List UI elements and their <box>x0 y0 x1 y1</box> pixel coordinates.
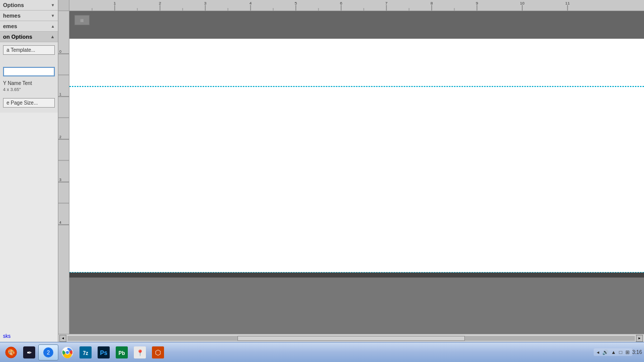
scroll-track[interactable] <box>67 336 635 341</box>
volume-icon[interactable]: 🔊 <box>602 349 608 355</box>
battery-icon[interactable]: □ <box>619 349 622 355</box>
svg-text:Ps: Ps <box>100 349 108 356</box>
systray: ◂ 🔊 ▲ □ ⊞ <box>594 348 632 356</box>
expand-icon[interactable]: ◂ <box>597 349 599 355</box>
svg-text:1: 1 <box>59 93 61 96</box>
template-input[interactable] <box>3 67 55 76</box>
svg-text:8: 8 <box>431 1 433 6</box>
themes-arrow: ▼ <box>51 14 55 18</box>
scroll-right-arrow[interactable]: ▸ <box>636 335 643 342</box>
top-dark-band: ▦ <box>69 11 644 39</box>
photoshop-app-icon[interactable]: Ps <box>96 344 112 360</box>
clock: 3:16 <box>632 349 642 355</box>
taskbar: 🎨 ✒ 2 <box>0 342 644 362</box>
publisher-app-icon[interactable]: Pb <box>114 344 130 360</box>
tasks-link[interactable]: sks <box>0 330 58 342</box>
schemes-section-header[interactable]: emes ▲ <box>0 21 58 31</box>
svg-text:3: 3 <box>59 178 61 182</box>
svg-text:1: 1 <box>114 1 116 6</box>
svg-text:7: 7 <box>385 1 388 6</box>
left-ruler: 0 1 2 3 4 <box>58 11 69 334</box>
guide-line-mid <box>69 86 644 87</box>
svg-text:Pb: Pb <box>119 350 125 356</box>
network-icon[interactable]: ▲ <box>611 349 616 355</box>
svg-text:6: 6 <box>340 1 343 6</box>
schemes-label: emes <box>3 23 17 29</box>
hex-app-icon[interactable]: ⬡ <box>150 344 166 360</box>
svg-text:9: 9 <box>476 1 478 6</box>
svg-text:5: 5 <box>295 1 297 6</box>
left-panel: Options ▼ hemes ▼ emes ▲ <box>0 0 58 342</box>
schemes-section: emes ▲ <box>0 21 58 32</box>
page-icon: ▦ <box>80 18 84 23</box>
options-section: Options ▼ <box>0 0 58 11</box>
svg-text:0: 0 <box>59 50 61 53</box>
workspace: 1 2 3 4 5 6 7 8 <box>58 0 644 342</box>
on-options-label: on Options <box>3 34 32 40</box>
on-options-content: a Template... Y Name Tent 4 x 3.65" e Pa… <box>0 42 58 113</box>
svg-text:10: 10 <box>520 1 525 6</box>
on-options-header[interactable]: on Options ▲ <box>0 32 58 42</box>
page-area[interactable]: ▦ 1 2 <box>69 11 644 334</box>
scroll-left-arrow[interactable]: ◂ <box>59 335 66 342</box>
top-ruler: 1 2 3 4 5 6 7 8 <box>58 0 644 11</box>
template-button[interactable]: a Template... <box>3 45 55 55</box>
svg-text:3: 3 <box>204 1 207 6</box>
svg-text:2: 2 <box>59 135 61 139</box>
page-section-2: 1 <box>69 86 644 195</box>
grid-icon[interactable]: ⊞ <box>625 349 629 355</box>
options-label: Options <box>3 2 24 8</box>
svg-text:7z: 7z <box>83 350 89 356</box>
svg-text:⬡: ⬡ <box>155 348 161 356</box>
task-badge: 2 <box>43 347 53 357</box>
paintbrush-app-icon[interactable]: 🎨 <box>3 344 19 360</box>
svg-text:11: 11 <box>566 1 570 6</box>
themes-section-header[interactable]: hemes ▼ <box>0 11 58 21</box>
on-options-arrow[interactable]: ▲ <box>50 34 55 39</box>
active-task-button[interactable]: 2 <box>38 344 58 360</box>
page-section-3 <box>69 195 644 273</box>
options-section-header[interactable]: Options ▼ <box>0 0 58 10</box>
size-label: 4 x 3.65" <box>3 87 55 92</box>
page-section-1 <box>69 39 644 86</box>
chrome-app-icon[interactable] <box>59 344 75 360</box>
bottom-dark-band <box>69 273 644 278</box>
clock-time: 3:16 <box>632 349 642 355</box>
svg-text:✒: ✒ <box>27 349 32 356</box>
pen-tool-app-icon[interactable]: ✒ <box>21 344 37 360</box>
svg-text:🎨: 🎨 <box>8 348 15 356</box>
on-options-section: on Options ▲ a Template... Y Name Tent 4… <box>0 32 58 113</box>
content-area: 0 1 2 3 4 <box>58 11 644 334</box>
themes-section: hemes ▼ <box>0 11 58 21</box>
schemes-arrow: ▲ <box>51 24 55 29</box>
svg-text:4: 4 <box>250 1 252 6</box>
footer-area: 4 <box>69 278 644 334</box>
svg-point-52 <box>66 351 69 354</box>
horizontal-scrollbar[interactable]: ◂ ▸ <box>58 334 644 342</box>
themes-label: hemes <box>3 13 21 19</box>
scroll-thumb[interactable] <box>237 336 464 341</box>
maps-app-icon[interactable]: 📍 <box>132 344 148 360</box>
svg-text:2: 2 <box>159 1 162 6</box>
options-arrow: ▼ <box>51 3 55 8</box>
task-badge-number: 2 <box>47 349 50 355</box>
name-tent-label: Y Name Tent <box>3 80 55 86</box>
svg-text:4: 4 <box>59 221 61 224</box>
svg-text:📍: 📍 <box>136 349 144 356</box>
page-size-button[interactable]: e Page Size... <box>3 98 55 108</box>
7zip-app-icon[interactable]: 7z <box>77 344 94 360</box>
